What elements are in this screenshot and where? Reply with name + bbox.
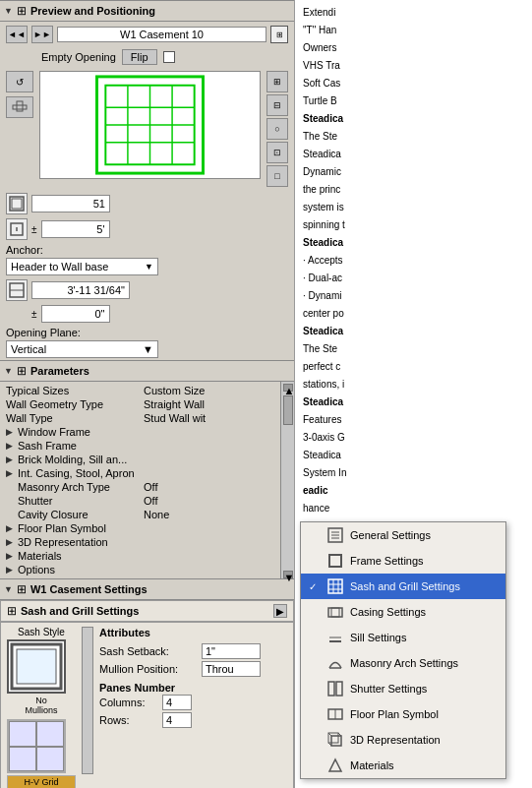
params-scrollbar[interactable]: ▲ ▼ bbox=[280, 382, 294, 578]
param-expand-4: ▶ bbox=[6, 441, 18, 451]
preview-grid-icon[interactable]: ⊞ bbox=[270, 26, 288, 43]
anchor-tool-button[interactable] bbox=[6, 96, 33, 118]
no-mullions-label: NoMullions bbox=[7, 696, 76, 715]
rt-8: Steadica bbox=[303, 148, 524, 161]
param-row-13[interactable]: ▶ Options bbox=[6, 563, 265, 576]
window-name-label: W1 Casement 10 bbox=[57, 27, 266, 42]
sash-grill-icon: ⊞ bbox=[7, 604, 17, 618]
param-expand-5: ▶ bbox=[6, 455, 18, 464]
num-input-4[interactable] bbox=[41, 305, 110, 323]
svg-rect-34 bbox=[336, 682, 342, 696]
menu-label-9: Materials bbox=[350, 759, 394, 771]
svg-rect-0 bbox=[13, 105, 27, 109]
menu-item-frame-settings[interactable]: Frame Settings bbox=[301, 548, 505, 574]
view-icon-3[interactable]: ○ bbox=[266, 118, 288, 140]
param-row-4[interactable]: ▶ Sash Frame bbox=[6, 439, 265, 453]
menu-item-sash-grill-settings[interactable]: ✓ Sash and Grill Settings bbox=[301, 574, 505, 599]
param-row-9: Cavity Closure None bbox=[6, 508, 265, 521]
empty-opening-checkbox[interactable] bbox=[163, 51, 175, 63]
param-label-4: Sash Frame bbox=[18, 440, 155, 452]
hv-grid-preview[interactable]: H-V Grid bbox=[7, 719, 76, 788]
rotate-left-button[interactable]: ↺ bbox=[6, 71, 33, 92]
menu-label-6: Shutter Settings bbox=[350, 683, 427, 695]
rows-input[interactable] bbox=[162, 712, 192, 728]
menu-item-shutter-settings[interactable]: Shutter Settings bbox=[301, 676, 505, 701]
menu-item-general-settings[interactable]: General Settings bbox=[301, 522, 505, 548]
window-preview-svg bbox=[39, 71, 261, 179]
menu-item-casing-settings[interactable]: Casing Settings bbox=[301, 599, 505, 625]
param-row-10[interactable]: ▶ Floor Plan Symbol bbox=[6, 521, 265, 535]
menu-check-2: ✓ bbox=[309, 581, 321, 592]
rt-18: Steadica bbox=[303, 325, 524, 338]
preview-collapse-arrow: ▼ bbox=[4, 6, 13, 16]
casement-icon: ⊞ bbox=[17, 582, 27, 596]
preview-image-area: ↺ bbox=[0, 67, 294, 191]
svg-marker-42 bbox=[329, 759, 341, 771]
scroll-thumb[interactable] bbox=[283, 395, 293, 425]
param-row-11[interactable]: ▶ 3D Representation bbox=[6, 535, 265, 549]
num-input-2[interactable] bbox=[41, 220, 110, 238]
param-label-10: Floor Plan Symbol bbox=[18, 522, 155, 534]
rt-12: spinning t bbox=[303, 218, 524, 232]
num-row-2: ± bbox=[0, 216, 294, 242]
columns-input[interactable] bbox=[162, 695, 192, 710]
sash-grill-header[interactable]: ⊞ Sash and Grill Settings ▶ bbox=[0, 600, 294, 622]
sash-grill-expand-btn[interactable]: ▶ bbox=[273, 604, 287, 618]
sash-setback-input[interactable] bbox=[202, 643, 261, 659]
param-row-5[interactable]: ▶ Brick Molding, Sill an... bbox=[6, 453, 265, 466]
param-label-6: Int. Casing, Stool, Apron bbox=[18, 467, 155, 479]
num-input-3[interactable] bbox=[31, 281, 130, 299]
anchor-select[interactable]: Header to Wall base ▼ bbox=[6, 258, 158, 275]
menu-item-masonry-arch-settings[interactable]: Masonry Arch Settings bbox=[301, 650, 505, 676]
menu-icon-8 bbox=[326, 731, 344, 749]
view-icon-2[interactable]: ⊟ bbox=[266, 94, 288, 116]
hv-cell-4 bbox=[36, 747, 64, 772]
param-expand-11: ▶ bbox=[6, 537, 18, 547]
param-row-12[interactable]: ▶ Materials bbox=[6, 549, 265, 563]
menu-icon-0 bbox=[326, 526, 344, 544]
menu-item-sill-settings[interactable]: Sill Settings bbox=[301, 625, 505, 650]
flip-button[interactable]: Flip bbox=[122, 49, 157, 65]
menu-item-3d-representation[interactable]: 3D Representation bbox=[301, 727, 505, 753]
preview-section-header[interactable]: ▼ ⊞ Preview and Positioning bbox=[0, 0, 294, 22]
opening-plane-select[interactable]: Vertical ▼ bbox=[6, 340, 158, 358]
param-row-6[interactable]: ▶ Int. Casing, Stool, Apron bbox=[6, 466, 265, 480]
view-icon-5[interactable]: □ bbox=[266, 165, 288, 187]
param-value-7: Off bbox=[144, 481, 157, 493]
mullion-position-input[interactable] bbox=[202, 661, 261, 677]
svg-rect-17 bbox=[17, 649, 56, 684]
scroll-down-arrow[interactable]: ▼ bbox=[283, 571, 293, 578]
preview-nav-row: ◄◄ ►► W1 Casement 10 ⊞ bbox=[0, 22, 294, 47]
mullion-position-row: Mullion Position: bbox=[99, 660, 287, 678]
rt-17: center po bbox=[303, 307, 524, 321]
menu-item-floor-plan-symbol[interactable]: Floor Plan Symbol bbox=[301, 701, 505, 727]
right-icons: ⊞ ⊟ ○ ⊡ □ bbox=[266, 71, 288, 187]
anchor-select-arrow: ▼ bbox=[145, 262, 153, 272]
nav-prev-button[interactable]: ◄◄ bbox=[6, 26, 28, 43]
rt-7: The Ste bbox=[303, 130, 524, 144]
menu-icon-5 bbox=[326, 654, 344, 672]
menu-label-2: Sash and Grill Settings bbox=[350, 580, 460, 592]
num-input-1[interactable] bbox=[31, 195, 110, 212]
sash-single-preview[interactable] bbox=[7, 639, 66, 694]
rt-16: · Dynami bbox=[303, 289, 524, 303]
params-section-header[interactable]: ▼ ⊞ Parameters bbox=[0, 360, 294, 382]
anchor-dropdown-row: Anchor: Header to Wall base ▼ bbox=[0, 242, 294, 277]
param-expand-3: ▶ bbox=[6, 427, 18, 437]
nav-next-button[interactable]: ►► bbox=[31, 26, 53, 43]
menu-icon-2 bbox=[326, 577, 344, 595]
sash-style-col: Sash Style NoMullions bbox=[7, 627, 76, 788]
svg-rect-37 bbox=[331, 736, 341, 746]
svg-rect-33 bbox=[328, 682, 334, 696]
scroll-up-arrow[interactable]: ▲ bbox=[283, 384, 293, 392]
menu-item-materials[interactable]: Materials bbox=[301, 753, 505, 778]
rows-row: Rows: bbox=[99, 711, 287, 729]
param-row-3[interactable]: ▶ Window Frame bbox=[6, 425, 265, 439]
sash-scrollbar[interactable] bbox=[82, 627, 93, 774]
view-icon-4[interactable]: ⊡ bbox=[266, 142, 288, 163]
view-icon-1[interactable]: ⊞ bbox=[266, 71, 288, 92]
casement-section-header[interactable]: ▼ ⊞ W1 Casement Settings bbox=[0, 578, 294, 600]
menu-icon-1 bbox=[326, 552, 344, 570]
preview-icon: ⊞ bbox=[17, 4, 27, 18]
menu-label-7: Floor Plan Symbol bbox=[350, 708, 439, 720]
